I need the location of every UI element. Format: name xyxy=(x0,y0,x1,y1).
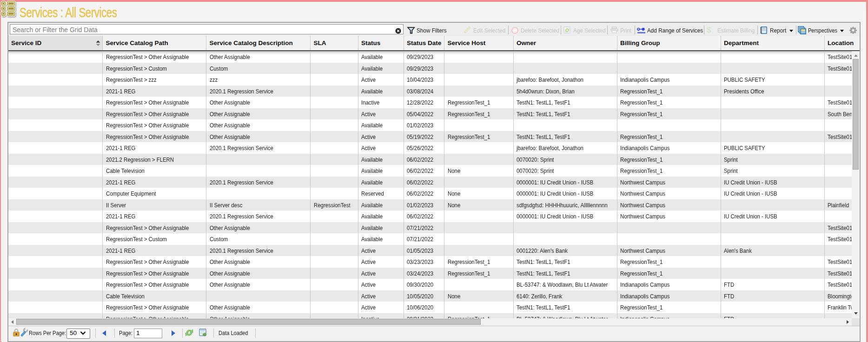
svg-text:$: $ xyxy=(707,26,711,34)
